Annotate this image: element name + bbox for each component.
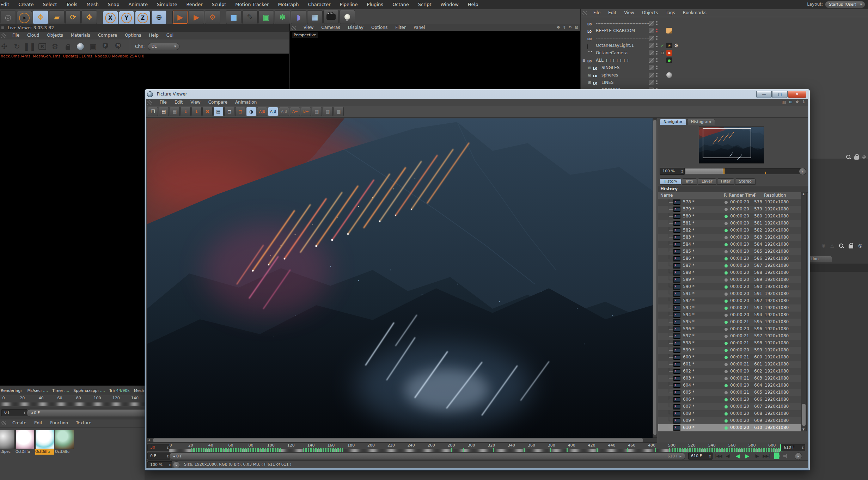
- visibility-dots-icon[interactable]: [656, 73, 658, 78]
- current-frame-field[interactable]: 0 F: [147, 453, 170, 460]
- object-row[interactable]: L0------------------------------------: [581, 20, 867, 27]
- set-b-icon[interactable]: B→: [301, 107, 311, 116]
- x-axis-lock-icon[interactable]: X: [103, 11, 118, 24]
- history-row[interactable]: 580 *00:00:205801920x1080: [658, 213, 801, 220]
- menu-sculpt[interactable]: Sculpt: [207, 0, 231, 9]
- lock-icon[interactable]: [854, 156, 859, 160]
- menu-render[interactable]: Render: [182, 0, 207, 9]
- menu-function[interactable]: Function: [46, 419, 72, 427]
- move-tool-icon[interactable]: ✥: [33, 10, 48, 24]
- object-row[interactable]: ⊞L0spheres: [581, 72, 867, 79]
- deformer-icon[interactable]: ◗: [291, 10, 306, 24]
- menu-options[interactable]: Options: [121, 32, 145, 39]
- primitive-cube-icon[interactable]: ■: [226, 10, 242, 24]
- picture-viewer-window[interactable]: Picture Viewer —▢✕ FileEditViewCompareAn…: [145, 89, 810, 470]
- scrollbar-thumb[interactable]: [802, 404, 806, 426]
- zoom-options-button[interactable]: ▸: [173, 461, 180, 468]
- menu-compare[interactable]: Compare: [204, 99, 231, 106]
- material-thumbnail[interactable]: [55, 430, 74, 449]
- render-settings-icon[interactable]: ⚙: [205, 10, 220, 24]
- history-row[interactable]: 591 *00:00:205911920x1080: [658, 290, 801, 297]
- material-label[interactable]: OctDiffu: [16, 449, 35, 455]
- app-logo-icon[interactable]: ◎: [0, 10, 16, 24]
- tab-info[interactable]: Info: [682, 178, 697, 185]
- visibility-dots-icon[interactable]: [656, 28, 658, 33]
- focus-picker-icon[interactable]: F: [100, 41, 112, 52]
- menu-create[interactable]: Create: [14, 0, 38, 9]
- menu-animate[interactable]: Animate: [124, 0, 152, 9]
- menu-window[interactable]: Window: [436, 0, 463, 9]
- settings-gear-icon[interactable]: ⚙: [49, 41, 61, 52]
- goto-frame-field[interactable]: 610 F: [688, 453, 713, 460]
- sun-tag-icon[interactable]: ☀: [666, 43, 672, 48]
- minimize-button[interactable]: —: [756, 91, 772, 98]
- history-row[interactable]: 582 *00:00:205821920x1080: [658, 227, 801, 234]
- fps-field[interactable]: 30: [147, 444, 170, 451]
- array-icon[interactable]: ✽: [275, 10, 290, 24]
- visibility-dots-icon[interactable]: [656, 43, 658, 48]
- navigator-zoom-field[interactable]: 100 %: [660, 168, 685, 175]
- history-row[interactable]: 602 *00:00:206021920x1080: [658, 368, 801, 375]
- search-icon[interactable]: [839, 243, 844, 248]
- history-row[interactable]: 587 *00:00:205871920x1080: [658, 262, 801, 269]
- open-image-icon[interactable]: ❐: [148, 107, 158, 116]
- goto-end-icon[interactable]: ▶▶|: [762, 453, 770, 460]
- expander-icon[interactable]: ⊞: [588, 64, 591, 72]
- cache-image-icon[interactable]: ⇓: [181, 107, 191, 116]
- menu-file[interactable]: File: [8, 32, 23, 39]
- scale-tool-icon[interactable]: ▰: [49, 10, 65, 24]
- zoom-view-icon[interactable]: ⇕: [563, 24, 566, 31]
- history-row[interactable]: 590 *00:00:205901920x1080: [658, 283, 801, 290]
- tab-history[interactable]: History: [660, 178, 681, 185]
- compare-view-icon[interactable]: ◻: [235, 107, 245, 116]
- history-row[interactable]: 583 *00:00:205831920x1080: [658, 234, 801, 241]
- material-label[interactable]: OctDiffu: [35, 449, 54, 455]
- delete-history-icon[interactable]: ✖: [202, 107, 213, 116]
- material-thumbnail[interactable]: [35, 430, 54, 449]
- menu-help[interactable]: Help: [145, 32, 162, 39]
- render-region-icon[interactable]: ▣: [87, 41, 99, 52]
- subdivision-surface-icon[interactable]: ▣: [258, 10, 274, 24]
- navigator-preview[interactable]: [699, 127, 764, 163]
- layout-grid-icon[interactable]: ▦: [170, 107, 180, 116]
- menu-view[interactable]: View: [187, 99, 204, 106]
- tab-stereo[interactable]: Stereo: [735, 178, 756, 185]
- frame-field[interactable]: 0 F: [1, 409, 27, 416]
- menu-create[interactable]: Create: [8, 419, 30, 427]
- history-row[interactable]: 592 *00:00:205921920x1080: [658, 297, 801, 304]
- ab-off-icon[interactable]: A|B: [279, 107, 289, 116]
- render-toggle-icon[interactable]: [649, 58, 654, 63]
- menu-edit[interactable]: Edit: [0, 0, 14, 9]
- render-toggle-icon[interactable]: [649, 43, 654, 48]
- menu-objects[interactable]: Objects: [43, 32, 67, 39]
- octane-camera-tag-icon[interactable]: ◉: [666, 50, 672, 56]
- floor-icon[interactable]: ▦: [307, 10, 323, 24]
- expander-icon[interactable]: ⊞: [588, 79, 591, 86]
- viewport-canvas[interactable]: Perspective: [290, 31, 580, 90]
- ab-anim-icon[interactable]: ▩: [334, 107, 344, 116]
- split-compare-icon[interactable]: ◑: [246, 107, 256, 116]
- menu-select[interactable]: Select: [38, 0, 61, 9]
- prev-frame-icon[interactable]: ◀(: [724, 453, 732, 460]
- panel-grip-icon[interactable]: [1, 421, 6, 425]
- menu-texture[interactable]: Texture: [72, 419, 95, 427]
- menu-motion-tracker[interactable]: Motion Tracker: [231, 0, 273, 9]
- menu-filter[interactable]: Filter: [391, 24, 410, 31]
- ab-side-icon[interactable]: A|B: [257, 107, 267, 116]
- search-icon[interactable]: [846, 154, 851, 159]
- menu-character[interactable]: Character: [303, 0, 335, 9]
- object-row[interactable]: OctaneCamera⊡◉: [581, 49, 867, 57]
- menu-mesh[interactable]: Mesh: [82, 0, 103, 9]
- stop-icon[interactable]: ✣: [0, 41, 10, 52]
- history-row[interactable]: 598 *00:00:215981920x1080: [658, 340, 801, 347]
- loop-toggle-icon[interactable]: [774, 453, 780, 459]
- rotate-tool-icon[interactable]: ⟳: [65, 10, 81, 24]
- render-toggle-icon[interactable]: [649, 73, 654, 78]
- scrollbar-thumb[interactable]: [153, 438, 643, 442]
- history-row[interactable]: 579 *00:00:205791920x1080: [658, 206, 801, 213]
- history-log-icon[interactable]: ▤: [213, 107, 224, 116]
- material-label[interactable]: OctSpec: [0, 449, 15, 455]
- menu-edit[interactable]: Edit: [171, 99, 187, 106]
- visibility-dots-icon[interactable]: [656, 50, 658, 55]
- navigator-view-rect[interactable]: [703, 128, 751, 158]
